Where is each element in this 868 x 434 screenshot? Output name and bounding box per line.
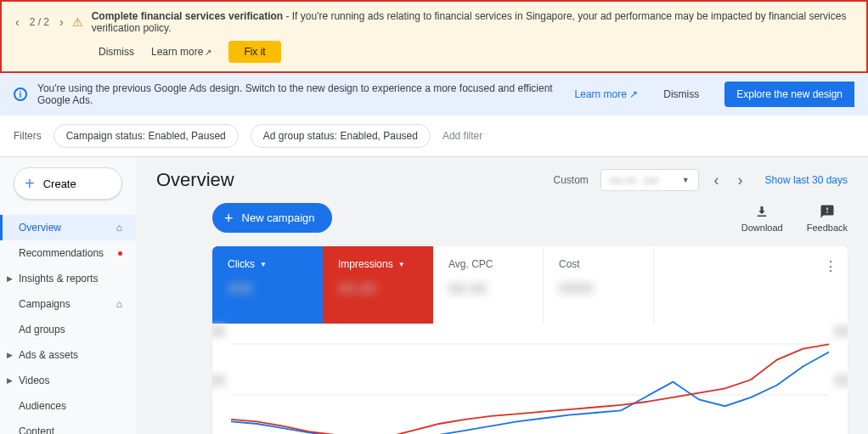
design-dismiss-link[interactable]: Dismiss	[663, 88, 699, 100]
design-learn-more-link[interactable]: Learn more ↗	[575, 88, 639, 100]
sidebar-item-campaigns[interactable]: Campaigns⌂	[0, 291, 136, 317]
metric-impressions[interactable]: Impressions▼ 00.00	[323, 246, 433, 324]
design-switch-alert: i You're using the previous Google Ads d…	[0, 73, 868, 116]
y-axis-label-redacted	[834, 325, 848, 337]
expand-caret-icon: ▶	[7, 274, 13, 283]
y-axis-label-redacted	[834, 375, 848, 386]
card-more-icon[interactable]: ⋮	[824, 258, 837, 274]
external-icon: ↗	[205, 48, 211, 57]
expand-caret-icon: ▶	[7, 376, 13, 385]
date-picker[interactable]: xxx xx - xxx ▼	[600, 169, 699, 191]
line-chart	[231, 335, 829, 434]
date-next-arrow[interactable]: ›	[735, 172, 747, 189]
sidebar: + Create Overview⌂Recommendations▶Insigh…	[0, 157, 136, 434]
sidebar-item-label: Overview	[19, 222, 61, 234]
warning-icon: ⚠	[72, 15, 83, 29]
date-value-redacted: xxx xx - xxx	[610, 175, 658, 185]
dropdown-icon: ▼	[260, 261, 267, 268]
alert-pager: 2 / 2	[30, 16, 49, 28]
metric-clicks[interactable]: Clicks▼ 000	[212, 246, 323, 324]
download-icon	[754, 204, 769, 219]
main-content: Overview Custom xxx xx - xxx ▼ ‹ › Show …	[136, 157, 868, 434]
y-axis-label-redacted	[212, 325, 226, 337]
sidebar-item-overview[interactable]: Overview⌂	[0, 215, 136, 240]
sidebar-item-label: Ad groups	[19, 324, 65, 335]
plus-icon: +	[224, 212, 234, 224]
sidebar-item-label: Ads & assets	[19, 349, 78, 361]
sidebar-item-label: Content	[19, 426, 54, 434]
create-button[interactable]: + Create	[14, 167, 122, 200]
new-campaign-label: New campaign	[242, 211, 315, 224]
sidebar-item-label: Insights & reports	[19, 273, 98, 285]
filter-bar: Filters Campaign status: Enabled, Paused…	[0, 116, 868, 157]
home-icon: ⌂	[116, 298, 122, 310]
info-icon: i	[14, 87, 27, 101]
metric-value-redacted: 000	[228, 280, 307, 298]
plus-icon: +	[25, 175, 35, 192]
alert-learn-more-link[interactable]: Learn more↗	[151, 46, 211, 58]
filter-chip-campaign-status[interactable]: Campaign status: Enabled, Paused	[54, 124, 239, 148]
metric-value-redacted: 0000	[559, 280, 638, 298]
metric-avg-cpc[interactable]: Avg. CPC 00.00	[433, 246, 544, 324]
expand-caret-icon: ▶	[7, 351, 13, 359]
new-campaign-button[interactable]: + New campaign	[212, 203, 332, 233]
alert-dismiss-link[interactable]: Dismiss	[99, 46, 134, 58]
external-icon: ↗	[629, 88, 638, 100]
feedback-button[interactable]: Feedback	[807, 204, 848, 233]
sidebar-item-content[interactable]: Content	[0, 419, 136, 434]
sidebar-item-label: Campaigns	[19, 298, 70, 310]
main-header: Overview Custom xxx xx - xxx ▼ ‹ › Show …	[136, 157, 868, 203]
metrics-row: Clicks▼ 000 Impressions▼ 00.00 Avg. CPC …	[212, 246, 848, 324]
notification-dot-icon	[118, 251, 122, 256]
metric-value-redacted: 00.00	[338, 280, 418, 298]
filters-label: Filters	[14, 130, 42, 142]
sidebar-item-label: Recommendations	[19, 247, 104, 259]
explore-new-design-button[interactable]: Explore the new design	[724, 82, 854, 107]
filter-chip-adgroup-status[interactable]: Ad group status: Enabled, Paused	[251, 124, 431, 148]
design-alert-message: You're using the previous Google Ads des…	[37, 82, 565, 106]
date-range-type: Custom	[554, 174, 589, 186]
dropdown-icon: ▼	[398, 261, 405, 268]
fix-it-button[interactable]: Fix it	[228, 41, 280, 63]
sidebar-item-label: Videos	[19, 375, 49, 386]
show-last-30-days-link[interactable]: Show last 30 days	[765, 174, 848, 186]
performance-card: Clicks▼ 000 Impressions▼ 00.00 Avg. CPC …	[212, 246, 848, 434]
sidebar-item-insights-reports[interactable]: ▶Insights & reports	[0, 266, 136, 291]
alert-next-arrow[interactable]: ›	[59, 15, 64, 29]
sidebar-item-ad-groups[interactable]: Ad groups	[0, 317, 136, 342]
date-prev-arrow[interactable]: ‹	[711, 172, 723, 189]
sidebar-item-label: Audiences	[19, 400, 66, 412]
chart-area: 12 AM 11 PM	[212, 324, 848, 434]
dropdown-icon: ▼	[682, 176, 690, 184]
sidebar-item-ads-assets[interactable]: ▶Ads & assets	[0, 342, 136, 368]
verification-alert: ‹ 2 / 2 › ⚠ Complete financial services …	[0, 0, 868, 73]
metric-cost[interactable]: Cost 0000	[544, 246, 654, 324]
sidebar-item-audiences[interactable]: Audiences	[0, 393, 136, 419]
add-filter-link[interactable]: Add filter	[442, 130, 482, 142]
alert-message: Complete financial services verification…	[92, 10, 853, 34]
y-axis-label-redacted	[212, 375, 226, 386]
sidebar-item-videos[interactable]: ▶Videos	[0, 368, 136, 393]
feedback-icon	[820, 204, 835, 219]
metric-value-redacted: 00.00	[448, 280, 527, 298]
sidebar-item-recommendations[interactable]: Recommendations	[0, 240, 136, 266]
download-button[interactable]: Download	[741, 204, 783, 233]
alert-prev-arrow[interactable]: ‹	[15, 15, 20, 29]
create-label: Create	[43, 178, 76, 190]
page-title: Overview	[156, 169, 554, 191]
home-icon: ⌂	[116, 222, 122, 234]
